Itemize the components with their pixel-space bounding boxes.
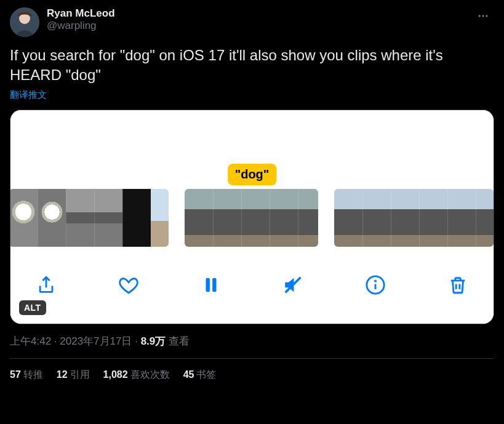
thumbnail-frame: [447, 189, 476, 247]
caption-bubble: "dog": [228, 164, 277, 185]
quotes-count: 12: [57, 369, 68, 380]
thumbnail-frame: [213, 189, 241, 247]
thumbnail-frame: [122, 189, 151, 247]
tweet-container: Ryan McLeod @warpling If you search for …: [0, 0, 504, 391]
thumbnail-frame: [270, 189, 298, 247]
translate-link[interactable]: 翻译推文: [10, 89, 47, 101]
svg-point-3: [482, 15, 484, 17]
tweet-meta: 上午4:42 · 2023年7月17日 · 8.9万 查看: [10, 334, 494, 359]
svg-rect-6: [212, 278, 216, 292]
tweet-text: If you search for "dog" on iOS 17 it'll …: [10, 46, 494, 86]
svg-point-4: [486, 15, 487, 17]
display-name[interactable]: Ryan McLeod: [47, 7, 467, 20]
sep: ·: [132, 335, 140, 347]
tweet-date[interactable]: 2023年7月17日: [60, 335, 132, 347]
retweets-count: 57: [10, 369, 21, 380]
stat-bookmarks[interactable]: 45书签: [183, 369, 217, 382]
svg-point-9: [375, 281, 375, 281]
quotes-label: 引用: [70, 369, 90, 380]
thumbnail-frame: [391, 189, 419, 247]
thumbnail-frame: [10, 189, 38, 247]
media-top-area: "dog": [10, 110, 494, 189]
clip-group-1[interactable]: [10, 189, 169, 247]
thumbnail-frame: [241, 189, 270, 247]
stat-likes[interactable]: 1,082喜欢次数: [103, 369, 170, 382]
thumbnail-frame: [362, 189, 391, 247]
thumbnail-frame: [185, 189, 213, 247]
views-label[interactable]: 查看: [169, 335, 190, 347]
trash-icon[interactable]: [439, 266, 476, 303]
thumbnail-frame: [151, 189, 169, 247]
share-icon[interactable]: [28, 266, 65, 303]
bookmarks-count: 45: [183, 369, 194, 380]
thumbnail-frame: [419, 189, 447, 247]
mute-icon[interactable]: [274, 266, 311, 303]
svg-rect-5: [206, 278, 209, 292]
thumbnail-frame: [38, 189, 66, 247]
sep: ·: [51, 335, 60, 347]
likes-count: 1,082: [103, 369, 128, 380]
thumbnail-frame: [298, 189, 318, 247]
media-attachment[interactable]: "dog": [10, 110, 494, 324]
retweets-label: 转推: [23, 369, 43, 380]
stat-retweets[interactable]: 57转推: [10, 369, 43, 382]
pause-icon[interactable]: [193, 266, 230, 303]
clip-group-2[interactable]: [185, 189, 318, 247]
heart-icon[interactable]: [110, 266, 147, 303]
avatar[interactable]: [10, 7, 39, 37]
thumbnail-frame: [334, 189, 362, 247]
likes-label: 喜欢次数: [130, 369, 170, 380]
more-options-button[interactable]: [474, 7, 492, 27]
stat-quotes[interactable]: 12引用: [57, 369, 90, 382]
user-handle[interactable]: @warpling: [47, 20, 467, 32]
views-count: 8.9万: [141, 335, 166, 347]
alt-badge[interactable]: ALT: [19, 300, 46, 315]
clip-group-3[interactable]: [334, 189, 494, 247]
info-icon[interactable]: [357, 266, 394, 303]
svg-point-2: [479, 15, 481, 17]
video-controls: [10, 247, 494, 324]
thumbnail-frame: [66, 189, 94, 247]
user-info: Ryan McLeod @warpling: [47, 7, 467, 32]
video-timeline[interactable]: [10, 189, 494, 247]
thumbnail-frame: [94, 189, 122, 247]
tweet-time[interactable]: 上午4:42: [10, 335, 51, 347]
tweet-header: Ryan McLeod @warpling: [10, 7, 494, 37]
bookmarks-label: 书签: [196, 369, 216, 380]
thumbnail-frame: [476, 189, 494, 247]
tweet-stats: 57转推 12引用 1,082喜欢次数 45书签: [10, 359, 494, 391]
